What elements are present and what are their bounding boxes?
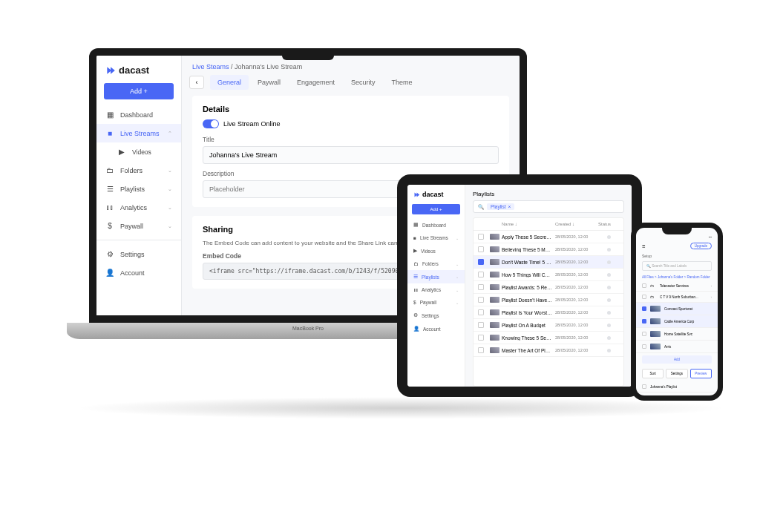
- table-row[interactable]: Knowing These 5 Secrets Will Make Your P…: [474, 332, 623, 344]
- table-row[interactable]: Believing These 5 Myths About Playlist K…: [474, 243, 623, 256]
- footer-item[interactable]: Johanna's Playlist: [636, 381, 718, 393]
- media-item[interactable]: Cable America Corp: [636, 315, 718, 328]
- nav-account[interactable]: 👤Account: [407, 322, 465, 335]
- nav-videos[interactable]: ▶Videos: [407, 244, 465, 257]
- checkbox[interactable]: [642, 306, 646, 311]
- table-row[interactable]: How 5 Things Will Change The Way You App…: [474, 269, 623, 281]
- close-icon[interactable]: ×: [508, 204, 511, 209]
- col-status[interactable]: Status: [598, 222, 619, 226]
- col-name[interactable]: Name ↓: [502, 222, 555, 226]
- add-button[interactable]: Add +: [412, 204, 460, 214]
- status-dot: [607, 324, 611, 327]
- checkbox[interactable]: [478, 259, 484, 265]
- status-dot: [607, 273, 611, 277]
- nav-settings[interactable]: ⚙Settings: [407, 309, 465, 322]
- checkbox[interactable]: [642, 344, 646, 349]
- thumbnail: [490, 284, 499, 290]
- tab-security[interactable]: Security: [344, 75, 383, 90]
- row-date: 28/05/2020, 12:00: [555, 335, 598, 340]
- table-row[interactable]: Master The Art Of Playlist With These 5 …: [474, 344, 623, 357]
- tab-general[interactable]: General: [210, 75, 249, 90]
- table-row[interactable]: Playlist Is Your Worst Enemy. 5 Ways To …: [474, 306, 623, 319]
- media-item[interactable]: Home Satellite Svc: [636, 328, 718, 341]
- nav-analytics[interactable]: ⫾⫾Analytics⌄: [407, 283, 465, 296]
- table-row[interactable]: Playlist On A Budget28/05/2020, 12:00: [474, 319, 623, 332]
- nav-videos[interactable]: ▶Videos: [96, 142, 181, 161]
- checkbox[interactable]: [478, 322, 484, 328]
- filter-chip[interactable]: Playlist×: [487, 203, 514, 210]
- nav-live-streams[interactable]: ■Live Streams⌄: [407, 231, 465, 244]
- checkbox[interactable]: [478, 309, 484, 315]
- thumbnail: [490, 309, 499, 315]
- thumbnail: [490, 259, 499, 265]
- nav-dashboard[interactable]: ▦Dashboard: [407, 218, 465, 231]
- nav-dashboard[interactable]: ▦Dashboard: [96, 105, 181, 124]
- nav-account[interactable]: 👤Account: [96, 263, 181, 282]
- nav-paywall[interactable]: $Paywall⌄: [96, 217, 181, 235]
- folder-item[interactable]: 🗀C T V 9 North Suburban...›: [636, 292, 718, 303]
- nav-analytics[interactable]: ⫾⫾Analytics⌄: [96, 198, 181, 217]
- title-input[interactable]: [203, 146, 499, 164]
- checkbox[interactable]: [642, 332, 646, 336]
- checkbox[interactable]: [478, 234, 484, 240]
- search-input[interactable]: 🔍 Search Title and Labels: [642, 261, 712, 271]
- chevron-left-icon: ‹: [196, 79, 198, 86]
- nav-live-streams[interactable]: ■Live Streams⌃: [96, 124, 181, 142]
- back-button[interactable]: ‹: [189, 76, 204, 89]
- checkbox[interactable]: [642, 295, 646, 299]
- checkbox[interactable]: [478, 335, 484, 341]
- status-dot: [607, 286, 611, 289]
- chevron-down-icon: ⌄: [168, 186, 172, 192]
- checkbox[interactable]: [478, 272, 484, 278]
- row-name: Knowing These 5 Secrets Will Make Your P…: [502, 335, 555, 341]
- preview-button[interactable]: Preview: [690, 369, 712, 378]
- folder-icon: 🗀: [650, 283, 656, 288]
- nav-paywall[interactable]: $Paywall⌄: [407, 296, 465, 309]
- folder-item[interactable]: 🗀Telecaster Services›: [636, 280, 718, 292]
- add-button[interactable]: Add +: [104, 83, 174, 99]
- sort-button[interactable]: Sort: [642, 369, 664, 378]
- thumbnail: [650, 344, 661, 349]
- grid-icon: ▦: [413, 222, 419, 228]
- thumbnail: [650, 331, 661, 337]
- checkbox[interactable]: [478, 347, 484, 353]
- tab-bar: ‹ General Paywall Engagement Security Th…: [182, 75, 520, 96]
- search-bar[interactable]: 🔍 Playlist×: [473, 200, 624, 213]
- checkbox[interactable]: [642, 319, 646, 324]
- add-button[interactable]: Add: [642, 355, 712, 364]
- media-item[interactable]: Comcast Sportsnet: [636, 303, 718, 315]
- row-name: Apply These 5 Secret Techniques To Impro…: [502, 234, 555, 240]
- table-row[interactable]: Apply These 5 Secret Techniques To Impro…: [474, 231, 623, 243]
- online-toggle[interactable]: [203, 119, 219, 128]
- checkbox[interactable]: [478, 297, 484, 303]
- nav-playlists[interactable]: ☰Playlists⌄: [96, 180, 181, 198]
- table-row[interactable]: Playlist Doesn't Have To Be Hard. Read T…: [474, 294, 623, 306]
- col-created[interactable]: Created ↓: [555, 222, 598, 226]
- nav-folders[interactable]: 🗀Folders⌄: [96, 161, 181, 180]
- folder-icon: 🗀: [105, 166, 114, 174]
- checkbox[interactable]: [642, 283, 646, 288]
- tablet-sidebar: dacast Add + ▦Dashboard ■Live Streams⌄ ▶…: [407, 185, 465, 387]
- tab-engagement[interactable]: Engagement: [289, 75, 342, 90]
- nav-playlists[interactable]: ☰Playlists⌄: [407, 270, 465, 283]
- table-row[interactable]: Playlist Awards: 5 Reasons Why They Don'…: [474, 281, 623, 294]
- settings-button[interactable]: Settings: [666, 369, 687, 378]
- media-item[interactable]: Arris: [636, 341, 718, 353]
- upgrade-button[interactable]: Upgrade: [690, 243, 712, 249]
- breadcrumb[interactable]: All Files > Johanna's Folder > Random Fo…: [636, 274, 718, 280]
- table-row[interactable]: Don't Waste Time! 5 Facts Until You Reac…: [474, 256, 623, 269]
- thumbnail: [490, 322, 499, 328]
- tab-theme[interactable]: Theme: [384, 75, 420, 90]
- thumbnail: [650, 306, 661, 312]
- nav-folders[interactable]: 🗀Folders⌄: [407, 257, 465, 270]
- breadcrumb-parent[interactable]: Live Steams: [192, 63, 229, 70]
- checkbox[interactable]: [642, 384, 646, 389]
- tab-paywall[interactable]: Paywall: [250, 75, 288, 90]
- checkbox[interactable]: [478, 246, 484, 252]
- checkbox[interactable]: [478, 284, 484, 290]
- row-date: 28/05/2020, 12:00: [555, 323, 598, 327]
- search-icon: 🔍: [478, 204, 484, 210]
- folder-icon: 🗀: [413, 261, 419, 266]
- nav-settings[interactable]: ⚙Settings: [96, 245, 181, 263]
- menu-icon[interactable]: ☰: [642, 244, 645, 249]
